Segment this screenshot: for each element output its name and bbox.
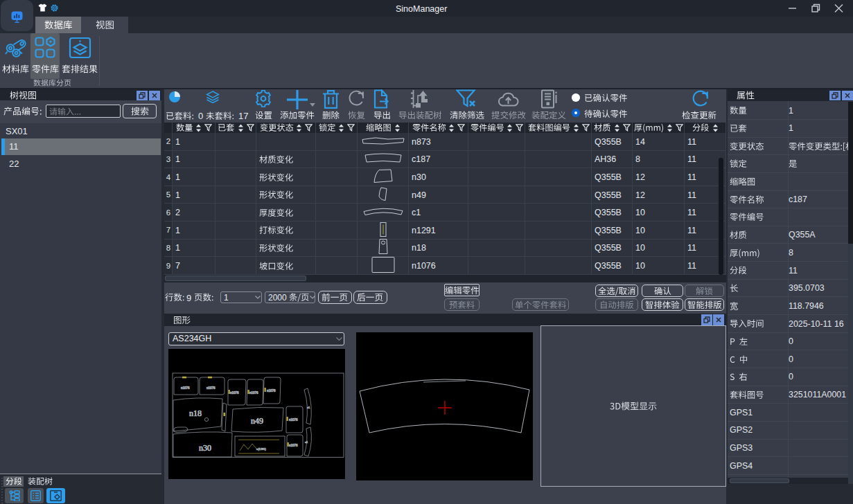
- svg-text:n1076: n1076: [267, 389, 276, 393]
- svg-text:n1076: n1076: [181, 386, 190, 390]
- svg-text:n1076: n1076: [249, 391, 258, 395]
- svg-text:n1076: n1076: [206, 386, 216, 390]
- svg-text:n1076: n1076: [289, 444, 298, 447]
- svg-text:c1: c1: [305, 440, 308, 444]
- svg-text:n1076: n1076: [289, 418, 298, 422]
- svg-text:n49: n49: [251, 416, 263, 426]
- svg-text:n18: n18: [189, 408, 202, 418]
- svg-text:n(1291): n(1291): [256, 447, 266, 451]
- svg-text:n1076: n1076: [230, 391, 239, 395]
- svg-text:n30: n30: [199, 443, 211, 453]
- svg-text:c1: c1: [307, 406, 310, 409]
